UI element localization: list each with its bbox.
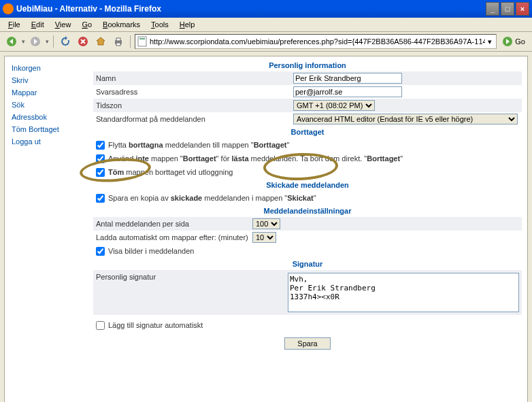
sidebar-item-emptytrash[interactable]: Töm Borttaget bbox=[5, 123, 86, 135]
section-sent-title: Skickade meddelanden bbox=[93, 179, 522, 191]
format-label: Standardformat på meddelanden bbox=[96, 115, 293, 123]
reply-label: Svarsadress bbox=[96, 88, 293, 96]
go-icon bbox=[502, 36, 513, 47]
menu-bookmarks[interactable]: Bookmarks bbox=[99, 19, 144, 30]
dropdown-icon[interactable]: ▾ bbox=[46, 38, 49, 45]
reply-input[interactable] bbox=[293, 86, 402, 97]
home-button[interactable] bbox=[93, 34, 108, 49]
menu-edit[interactable]: Edit bbox=[27, 19, 48, 30]
sig-label: Personlig signatur bbox=[96, 273, 288, 281]
svg-rect-5 bbox=[116, 43, 120, 46]
minimize-button[interactable]: _ bbox=[486, 2, 499, 16]
menu-go[interactable]: Go bbox=[78, 19, 96, 30]
go-button[interactable]: Go bbox=[499, 35, 528, 48]
section-msg-title: Meddelandeinställningar bbox=[93, 205, 522, 217]
reload-button[interactable] bbox=[58, 34, 73, 49]
tz-label: Tidszon bbox=[96, 101, 293, 110]
section-personal-title: Personlig information bbox=[93, 59, 522, 71]
window-title: UebiMiau - Alternativ - Mozilla Firefox bbox=[16, 4, 486, 14]
name-label: Namn bbox=[96, 74, 293, 82]
toolbar: ▾ ▾ ▾ Go bbox=[0, 32, 532, 52]
app-icon bbox=[3, 3, 14, 14]
perpage-select[interactable]: 100 bbox=[252, 218, 280, 229]
trash-empty-checkbox[interactable] bbox=[96, 168, 105, 177]
page-icon bbox=[137, 36, 148, 47]
sent-copy-label: Spara en kopia av skickade meddelanden i… bbox=[108, 194, 316, 202]
sig-textarea[interactable] bbox=[288, 273, 519, 312]
main-panel: Personlig information Namn Svarsadress T… bbox=[93, 59, 522, 355]
sig-auto-label: Lägg till signatur automatiskt bbox=[108, 321, 203, 329]
svg-rect-4 bbox=[116, 38, 120, 41]
print-button[interactable] bbox=[111, 34, 126, 49]
section-trash-title: Borttaget bbox=[93, 126, 522, 138]
images-label: Visa bilder i meddelanden bbox=[108, 247, 194, 255]
trash-move-label: Flytta borttagna meddelanden till mappen… bbox=[108, 141, 289, 149]
menu-file[interactable]: File bbox=[4, 19, 24, 30]
reload-label: Ladda automatiskt om mappar efter: (minu… bbox=[96, 233, 252, 241]
menu-tools[interactable]: Tools bbox=[147, 19, 173, 30]
dropdown-icon[interactable]: ▾ bbox=[22, 38, 25, 45]
sidebar-item-folders[interactable]: Mappar bbox=[5, 86, 86, 99]
section-sig-title: Signatur bbox=[93, 258, 522, 270]
sent-copy-checkbox[interactable] bbox=[96, 194, 105, 203]
sidebar: Inkorgen Skriv Mappar Sök Adressbok Töm … bbox=[5, 56, 86, 153]
trash-read-label: Använd inte mappen "Borttaget" för lästa… bbox=[108, 154, 403, 163]
sidebar-item-search[interactable]: Sök bbox=[5, 99, 86, 111]
trash-read-checkbox[interactable] bbox=[96, 154, 105, 163]
back-button[interactable] bbox=[4, 34, 19, 49]
sidebar-item-inbox[interactable]: Inkorgen bbox=[5, 62, 86, 74]
save-button[interactable]: Spara bbox=[284, 337, 330, 350]
stop-button[interactable] bbox=[76, 34, 90, 49]
perpage-label: Antal meddelanden per sida bbox=[96, 220, 252, 228]
reload-select[interactable]: 10 bbox=[252, 232, 276, 243]
menu-help[interactable]: Help bbox=[176, 19, 199, 30]
tz-select[interactable]: GMT +1 (08:02 PM) bbox=[293, 100, 375, 111]
sidebar-item-logout[interactable]: Logga ut bbox=[5, 135, 86, 148]
page-content: Inkorgen Skriv Mappar Sök Adressbok Töm … bbox=[4, 56, 528, 402]
menu-view[interactable]: View bbox=[51, 19, 76, 30]
url-dropdown-icon[interactable]: ▾ bbox=[485, 37, 495, 46]
images-checkbox[interactable] bbox=[96, 247, 105, 256]
close-button[interactable]: × bbox=[516, 2, 529, 16]
name-input[interactable] bbox=[293, 73, 402, 84]
format-select[interactable]: Avancerad HTML editor (Endast för IE v5 … bbox=[293, 114, 518, 124]
forward-button[interactable] bbox=[28, 34, 43, 49]
url-bar[interactable]: ▾ bbox=[135, 34, 497, 49]
sig-auto-checkbox[interactable] bbox=[96, 321, 105, 330]
menu-bar: File Edit View Go Bookmarks Tools Help bbox=[0, 18, 532, 32]
url-input[interactable] bbox=[150, 37, 485, 46]
maximize-button[interactable]: □ bbox=[501, 2, 514, 16]
sidebar-item-compose[interactable]: Skriv bbox=[5, 74, 86, 86]
trash-move-checkbox[interactable] bbox=[96, 141, 105, 150]
trash-empty-label: Töm mappen borttaget vid utloggning bbox=[108, 168, 233, 176]
sidebar-item-addressbook[interactable]: Adressbok bbox=[5, 111, 86, 123]
window-titlebar: UebiMiau - Alternativ - Mozilla Firefox … bbox=[0, 0, 532, 18]
svg-rect-7 bbox=[139, 38, 145, 39]
